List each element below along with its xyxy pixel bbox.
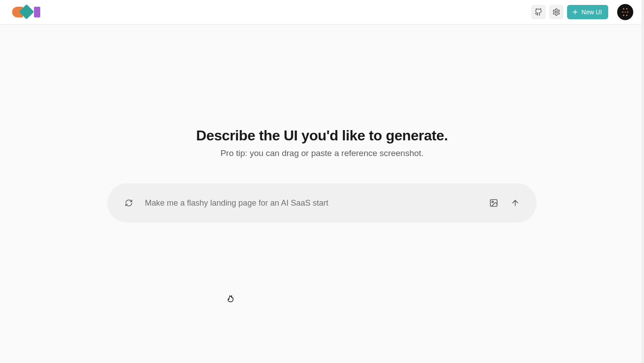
image-upload-button[interactable]	[488, 198, 499, 208]
app-logo[interactable]	[11, 5, 40, 19]
new-ui-label: New UI	[581, 8, 602, 16]
page-subheading: Pro tip: you can drag or paste a referen…	[220, 148, 424, 158]
submit-button[interactable]	[510, 198, 521, 208]
refresh-button[interactable]	[123, 198, 134, 208]
main-content: Describe the UI you'd like to generate. …	[0, 25, 644, 363]
prompt-bar	[107, 183, 537, 223]
refresh-icon	[125, 199, 133, 207]
gear-icon	[552, 8, 560, 16]
page-heading: Describe the UI you'd like to generate.	[196, 127, 448, 144]
prompt-input[interactable]	[145, 198, 478, 208]
new-ui-button[interactable]: New UI	[567, 5, 608, 19]
scrollbar-track[interactable]	[641, 0, 644, 363]
svg-point-0	[555, 11, 558, 13]
logo-shape-purple	[34, 7, 40, 17]
arrow-up-icon	[511, 198, 520, 207]
github-button[interactable]	[531, 5, 546, 19]
svg-point-2	[492, 201, 493, 203]
plus-icon	[572, 8, 579, 16]
image-icon	[489, 198, 498, 207]
app-header: New UI	[0, 0, 644, 25]
settings-button[interactable]	[549, 5, 564, 19]
avatar[interactable]	[617, 4, 633, 20]
github-icon	[534, 8, 542, 16]
header-actions: New UI	[531, 4, 633, 20]
